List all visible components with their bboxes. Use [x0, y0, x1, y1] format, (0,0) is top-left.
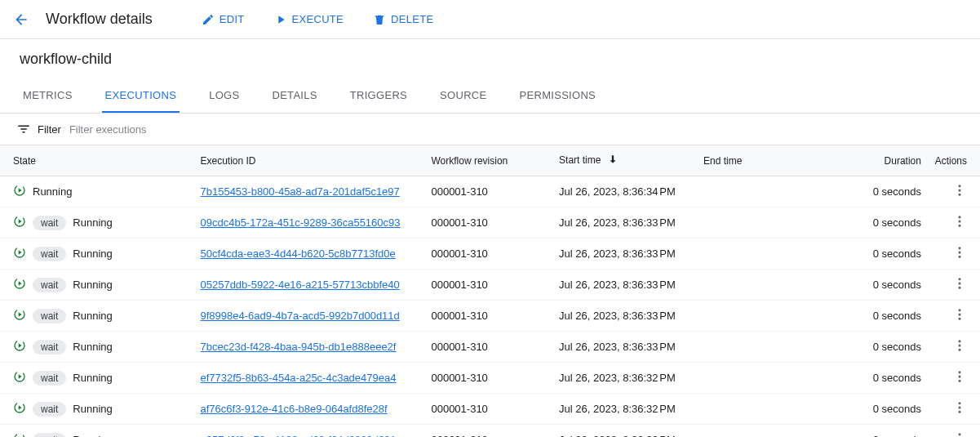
- state-label: Running: [73, 403, 112, 415]
- table-row: Running7b155453-b800-45a8-ad7a-201daf5c1…: [0, 176, 980, 207]
- svg-point-17: [959, 309, 961, 311]
- back-button[interactable]: [13, 11, 29, 28]
- svg-point-25: [959, 371, 961, 373]
- duration-cell: 0 seconds: [845, 332, 928, 363]
- end-time-cell: [697, 332, 845, 363]
- tab-source[interactable]: SOURCE: [437, 79, 490, 113]
- row-actions-button[interactable]: [952, 276, 967, 291]
- revision-cell: 000001-310: [424, 176, 552, 207]
- filter-icon: [16, 122, 31, 136]
- edit-button[interactable]: Edit: [195, 10, 251, 29]
- running-icon: [13, 215, 26, 230]
- filter-bar: Filter: [0, 114, 980, 145]
- execution-id-link[interactable]: 09cdc4b5-172a-451c-9289-36ca55160c93: [200, 216, 400, 229]
- revision-cell: 000001-310: [424, 301, 552, 332]
- col-header-state[interactable]: State: [0, 145, 193, 176]
- col-header-end[interactable]: End time: [697, 145, 845, 176]
- running-icon: [13, 339, 26, 355]
- end-time-cell: [697, 239, 845, 270]
- start-time-cell: Jul 26, 2023, 8:36:33 PM: [552, 207, 697, 239]
- table-row: waitRunningef7732f5-8b63-454a-a25c-4c3ad…: [0, 363, 980, 394]
- wait-chip: wait: [33, 216, 66, 230]
- revision-cell: 000001-310: [424, 207, 552, 239]
- duration-cell: 0 seconds: [845, 270, 928, 301]
- execution-id-link[interactable]: 7b155453-b800-45a8-ad7a-201daf5c1e97: [200, 185, 399, 198]
- revision-cell: 000001-310: [424, 363, 552, 394]
- start-time-cell: Jul 26, 2023, 8:36:32 PM: [552, 363, 697, 394]
- tab-permissions[interactable]: PERMISSIONS: [517, 79, 600, 113]
- row-actions-button[interactable]: [952, 214, 967, 229]
- row-actions-button[interactable]: [952, 307, 967, 322]
- svg-point-27: [959, 380, 961, 382]
- svg-point-9: [959, 247, 961, 249]
- duration-cell: 0 seconds: [845, 301, 928, 332]
- table-row: waitRunninge957d6f8-c78c-4183-ad09-f64d6…: [0, 425, 980, 438]
- running-icon: [13, 432, 26, 437]
- state-label: Running: [73, 279, 112, 291]
- running-icon: [13, 277, 26, 292]
- start-time-cell: Jul 26, 2023, 8:36:33 PM: [552, 332, 697, 363]
- col-header-start[interactable]: Start time: [552, 145, 697, 176]
- end-time-cell: [697, 363, 845, 394]
- col-header-actions: Actions: [928, 145, 980, 176]
- svg-point-32: [13, 432, 26, 437]
- svg-point-14: [959, 283, 961, 285]
- tab-executions[interactable]: EXECUTIONS: [102, 79, 180, 113]
- row-actions-button[interactable]: [952, 338, 967, 353]
- svg-point-7: [959, 225, 961, 227]
- revision-cell: 000001-310: [424, 332, 552, 363]
- wait-chip: wait: [33, 278, 66, 292]
- tab-logs[interactable]: LOGS: [206, 79, 242, 113]
- col-header-start-label: Start time: [559, 154, 601, 166]
- svg-point-22: [959, 345, 961, 347]
- wait-chip: wait: [33, 247, 66, 261]
- row-actions-button[interactable]: [952, 245, 967, 260]
- row-actions-button[interactable]: [952, 183, 967, 198]
- delete-button[interactable]: Delete: [366, 10, 440, 29]
- tab-triggers[interactable]: TRIGGERS: [347, 79, 410, 113]
- col-header-exec-id[interactable]: Execution ID: [193, 145, 424, 176]
- duration-cell: 0 seconds: [845, 394, 928, 425]
- state-label: Running: [73, 216, 112, 229]
- end-time-cell: [697, 301, 845, 332]
- row-actions-button[interactable]: [952, 400, 967, 415]
- running-icon: [13, 246, 26, 261]
- execution-id-link[interactable]: ef7732f5-8b63-454a-a25c-4c3ade479ea4: [200, 372, 396, 384]
- svg-point-1: [959, 185, 961, 187]
- page-title: Workflow details: [46, 11, 153, 28]
- end-time-cell: [697, 270, 845, 301]
- execution-id-link[interactable]: 7bcec23d-f428-4baa-945b-db1e888eee2f: [200, 341, 396, 353]
- execution-id-link[interactable]: e957d6f8-c78c-4183-ad09-f64d6800d291: [200, 434, 396, 437]
- end-time-cell: [697, 425, 845, 438]
- execute-button[interactable]: Execute: [268, 10, 351, 29]
- filter-label: Filter: [38, 123, 61, 136]
- duration-cell: 0 seconds: [845, 207, 928, 239]
- wait-chip: wait: [33, 309, 66, 323]
- row-actions-button[interactable]: [952, 431, 967, 437]
- row-actions-button[interactable]: [952, 369, 967, 384]
- col-header-revision[interactable]: Workflow revision: [424, 145, 552, 176]
- filter-input[interactable]: [68, 123, 964, 136]
- execution-id-link[interactable]: af76c6f3-912e-41c6-b8e9-064afd8fe28f: [200, 403, 387, 415]
- edit-icon: [202, 13, 215, 26]
- start-time-cell: Jul 26, 2023, 8:36:32 PM: [552, 394, 697, 425]
- table-row: waitRunning7bcec23d-f428-4baa-945b-db1e8…: [0, 332, 980, 363]
- top-bar: Workflow details Edit Execute Delete: [0, 0, 980, 39]
- svg-point-26: [959, 376, 961, 378]
- revision-cell: 000001-310: [424, 239, 552, 270]
- running-icon: [13, 370, 26, 386]
- arrow-back-icon: [13, 11, 29, 28]
- svg-point-11: [959, 256, 961, 258]
- start-time-cell: Jul 26, 2023, 8:36:34 PM: [552, 176, 697, 207]
- start-time-cell: Jul 26, 2023, 8:36:33 PM: [552, 301, 697, 332]
- tab-metrics[interactable]: METRICS: [20, 79, 76, 113]
- duration-cell: 0 seconds: [845, 363, 928, 394]
- start-time-cell: Jul 26, 2023, 8:36:33 PM: [552, 270, 697, 301]
- execution-id-link[interactable]: 50cf4cda-eae3-4d44-b620-5c8b7713fd0e: [200, 247, 395, 260]
- tab-details[interactable]: DETAILS: [268, 79, 320, 113]
- execute-label: Execute: [292, 13, 344, 25]
- execution-id-link[interactable]: 9f8998e4-6ad9-4b7a-acd5-992b7d00d11d: [200, 310, 399, 322]
- col-header-duration[interactable]: Duration: [845, 145, 928, 176]
- execution-id-link[interactable]: 05257ddb-5922-4e16-a215-57713cbbfe40: [200, 279, 399, 291]
- state-label: Running: [73, 372, 112, 384]
